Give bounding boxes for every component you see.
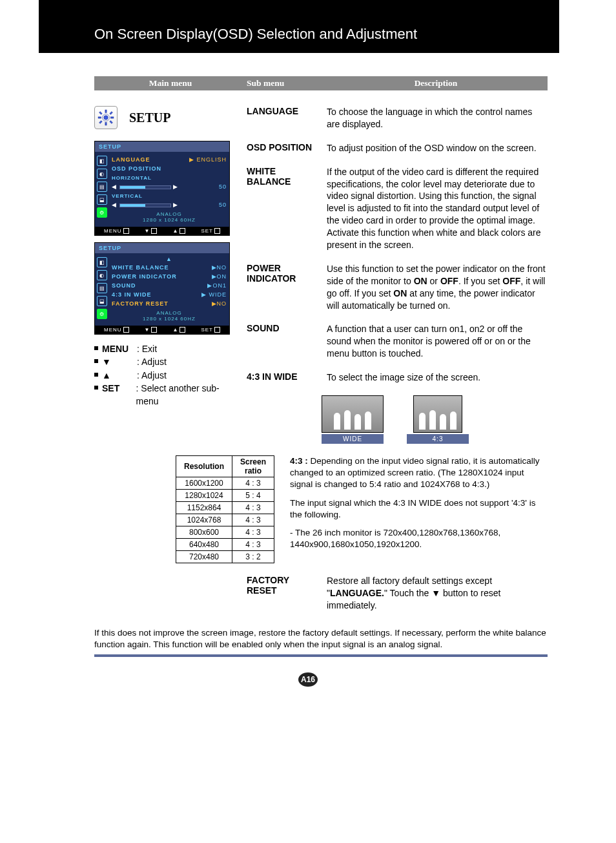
- svg-rect-6: [99, 112, 103, 115]
- desc-language: To choose the language in which the cont…: [327, 106, 548, 130]
- down-triangle-icon: [102, 355, 133, 368]
- osd2-aspect-label: 4:3 IN WIDE: [112, 291, 152, 298]
- 43-example-image: [413, 395, 462, 433]
- osd2-sound-value: ON1: [212, 282, 227, 289]
- resolution-table: Resolution Screen ratio 1600x12004 : 312…: [176, 455, 274, 563]
- osd2-sound-label: SOUND: [112, 282, 136, 289]
- wide-note-a: 4:3 : Depending on the input video signa…: [290, 455, 548, 491]
- submenu-whitebalance: WHITE BALANCE: [247, 166, 322, 251]
- svg-rect-4: [98, 117, 101, 118]
- submenu-sound: SOUND: [247, 323, 322, 360]
- osd2-title: SETUP: [95, 243, 229, 253]
- accent-rule: [94, 654, 548, 657]
- table-row: 640x4804 : 3: [176, 539, 274, 551]
- svg-rect-5: [111, 117, 114, 118]
- th-resolution: Resolution: [176, 456, 232, 477]
- 43-caption: 4:3: [407, 434, 469, 444]
- page-number: A16: [298, 672, 318, 687]
- column-headers: Main menu Sub menu Description: [94, 76, 548, 90]
- wide-note-c: - The 26 inch monitor is 720x400,1280x76…: [290, 527, 548, 550]
- osd2-aspect-value: WIDE: [209, 291, 227, 298]
- submenu-wide: 4:3 IN WIDE: [247, 371, 322, 384]
- osd2-factory-label: FACTORY RESET: [112, 300, 169, 307]
- legend-set: SET: [102, 382, 132, 408]
- mainmenu-setup: SETUP: [94, 106, 239, 129]
- osd1-language-label: LANGUAGE: [112, 156, 150, 163]
- osd2-wb-value: NO: [217, 264, 227, 271]
- osd1-mode: 1280 x 1024 60HZ: [143, 217, 196, 223]
- table-row: 1024x7684 : 3: [176, 514, 274, 526]
- desc-osdposition: To adjust position of the OSD window on …: [327, 142, 548, 154]
- header-submenu: Sub menu: [247, 78, 324, 88]
- osd2-pi-value: ON: [217, 273, 227, 280]
- aspect-examples: WIDE 4:3: [322, 395, 548, 444]
- header-description: Description: [324, 78, 548, 88]
- osd2-factory-value: NO: [217, 300, 227, 307]
- osd-screenshot-2: SETUP ◧◐▤⬓⚙ ▲ WHITE BALANCE▶NO POWER IND…: [94, 242, 230, 335]
- mainmenu-label: SETUP: [129, 110, 170, 125]
- table-row: 800x6004 : 3: [176, 526, 274, 539]
- osd2-mode: 1280 x 1024 60HZ: [143, 316, 196, 322]
- wide-example-image: [322, 395, 384, 433]
- osd2-wb-label: WHITE BALANCE: [112, 264, 169, 271]
- table-row: 1152x8644 : 3: [176, 502, 274, 514]
- osd2-analog: ANALOG: [156, 310, 181, 316]
- svg-rect-2: [105, 110, 107, 112]
- desc-factoryreset: Restore all factory default settings exc…: [327, 575, 548, 612]
- svg-rect-9: [110, 112, 113, 115]
- osd1-h-value: 50: [219, 183, 227, 190]
- desc-whitebalance: If the output of the video card is diffe…: [327, 166, 548, 251]
- osd1-title: SETUP: [95, 141, 229, 152]
- desc-wide: To select the image size of the screen.: [327, 371, 548, 384]
- osd1-analog: ANALOG: [156, 211, 181, 217]
- desc-powerindicator: Use this function to set the power indic…: [327, 263, 548, 312]
- osd1-vertical: VERTICAL: [112, 193, 143, 199]
- submenu-osdposition: OSD POSITION: [247, 142, 322, 154]
- osd2-tab-icons: ◧◐▤⬓⚙: [95, 255, 109, 324]
- up-triangle-icon: [102, 369, 133, 382]
- osd1-v-value: 50: [219, 202, 227, 208]
- osd1-language-value: ENGLISH: [196, 156, 227, 163]
- wide-caption: WIDE: [322, 434, 384, 444]
- key-legend: MENU: Exit : Adjust : Adjust SET: Select…: [94, 342, 239, 408]
- osd2-pi-label: POWER INDICATOR: [112, 273, 177, 280]
- osd1-footer: MENU ▼ ▲ SET: [95, 227, 229, 235]
- footnote: If this does not improve the screen imag…: [94, 627, 548, 650]
- header-mainmenu: Main menu: [94, 78, 247, 88]
- page-title: On Screen Display(OSD) Selection and Adj…: [39, 0, 559, 53]
- submenu-powerindicator: POWER INDICATOR: [247, 263, 322, 312]
- th-ratio: Screen ratio: [232, 456, 274, 477]
- table-row: 1280x10245 : 4: [176, 490, 274, 502]
- osd1-tab-icons: ◧◐▤⬓⚙: [95, 153, 109, 225]
- gear-icon: [94, 106, 118, 129]
- legend-menu: MENU: [102, 342, 133, 355]
- desc-sound: A function that a user can turn on1, on2…: [327, 323, 548, 360]
- wide-note-b: The input signal which the 4:3 IN WIDE d…: [290, 497, 548, 521]
- svg-rect-8: [99, 121, 103, 124]
- osd-screenshot-1: SETUP ◧◐▤⬓⚙ LANGUAGE▶ ENGLISH OSD POSITI…: [94, 141, 230, 236]
- submenu-factoryreset: FACTORY RESET: [247, 575, 322, 612]
- svg-rect-7: [110, 121, 113, 124]
- svg-point-1: [104, 116, 108, 120]
- table-row: 1600x12004 : 3: [176, 477, 274, 490]
- table-row: 720x4803 : 2: [176, 551, 274, 563]
- osd2-footer: MENU ▼ ▲ SET: [95, 326, 229, 334]
- osd1-horizontal: HORIZONTAL: [112, 175, 152, 181]
- svg-rect-3: [105, 123, 107, 125]
- submenu-language: LANGUAGE: [247, 106, 322, 130]
- osd1-position-label: OSD POSITION: [112, 165, 161, 172]
